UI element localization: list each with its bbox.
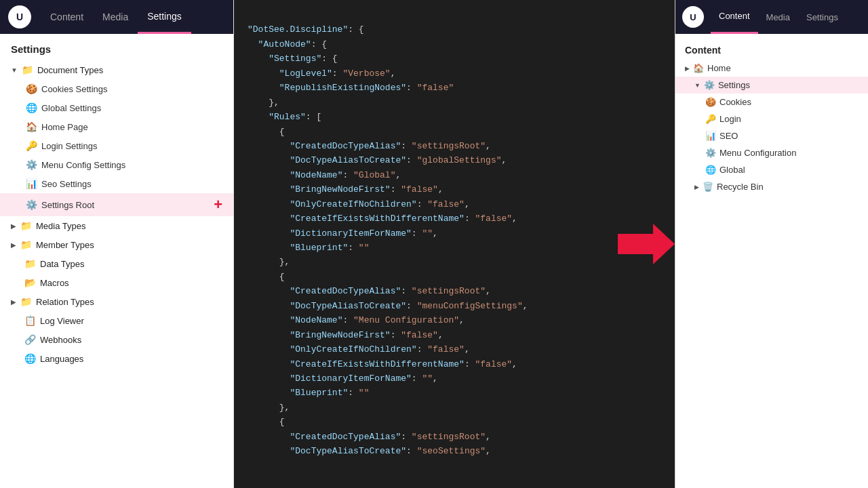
sidebar-item-label: Relation Types (36, 297, 94, 307)
sidebar-item-login-settings[interactable]: 🔑 Login Settings (0, 136, 233, 155)
left-nav-settings[interactable]: Settings (138, 0, 191, 34)
globe2-icon: 🌐 (24, 353, 36, 364)
sidebar-item-label: Data Types (40, 259, 85, 269)
folder-icon: 📁 (20, 220, 32, 231)
sidebar-item-label: Home Page (41, 122, 88, 132)
tree-item-settings[interactable]: ▼ ⚙️ Settings (675, 77, 868, 94)
sidebar-item-label: Login Settings (41, 141, 97, 151)
tree-item-global[interactable]: 🌐 Global (675, 161, 868, 178)
sidebar-item-label: Log Viewer (40, 316, 84, 326)
sidebar-item-data-types[interactable]: 📁 Data Types (0, 254, 233, 273)
gear2-icon: ⚙️ (26, 159, 37, 170)
folder-icon: 📁 (24, 258, 36, 269)
collapse-icon: ▼ (11, 66, 18, 74)
expand-icon: ▶ (11, 298, 16, 306)
tree-item-recycle-bin[interactable]: ▶ 🗑️ Recycle Bin (675, 178, 868, 195)
expand-icon: ▶ (11, 241, 16, 249)
left-nav-media[interactable]: Media (93, 0, 138, 34)
tree-item-label: Settings (718, 80, 750, 90)
globe-icon: 🌐 (705, 165, 716, 175)
tree-item-label: Home (707, 63, 731, 73)
left-logo[interactable]: U (8, 5, 31, 28)
right-nav-content[interactable]: Content (711, 0, 758, 34)
expand-icon: ▶ (11, 222, 16, 230)
sidebar-item-label: Languages (40, 354, 83, 364)
sidebar-item-label: Media Types (36, 221, 85, 231)
sidebar-item-label: Member Types (36, 240, 94, 250)
cookie-icon: 🍪 (705, 97, 716, 107)
add-button[interactable]: + (214, 197, 222, 212)
tree-item-label: Menu Configuration (719, 148, 796, 158)
sidebar-item-relation-types[interactable]: ▶ 📁 Relation Types (0, 292, 233, 311)
code-editor[interactable]: "DotSee.Discipline": { "AutoNode": { "Se… (234, 0, 675, 488)
left-nav-content[interactable]: Content (41, 0, 93, 34)
sidebar-title: Settings (0, 34, 233, 60)
cookie-icon: 🍪 (26, 83, 37, 94)
tree-item-label: Global (719, 165, 745, 175)
sidebar-item-home-page[interactable]: 🏠 Home Page (0, 117, 233, 136)
tree-item-label: SEO (719, 131, 738, 141)
tree-item-menu-config[interactable]: ⚙️ Menu Configuration (675, 144, 868, 161)
expand-icon: ▶ (694, 184, 699, 190)
sidebar-item-media-types[interactable]: ▶ 📁 Media Types (0, 216, 233, 235)
folder-icon: 📁 (20, 239, 32, 250)
sidebar-item-log-viewer[interactable]: 📋 Log Viewer (0, 311, 233, 330)
chart-icon: 📊 (26, 178, 37, 189)
tree-item-label: Cookies (719, 97, 751, 107)
home-icon: 🏠 (26, 121, 37, 132)
tree-item-home[interactable]: ▶ 🏠 Home (675, 60, 868, 77)
sidebar-item-document-types[interactable]: ▼ 📁 Document Types (0, 60, 233, 79)
login-icon: 🔑 (26, 140, 37, 151)
right-nav-media[interactable]: Media (758, 0, 798, 34)
tree-item-seo[interactable]: 📊 SEO (675, 127, 868, 144)
sidebar-item-label: Cookies Settings (41, 84, 108, 94)
sidebar-item-global-settings[interactable]: 🌐 Global Settings (0, 98, 233, 117)
list-icon: 📋 (24, 315, 36, 326)
sidebar-item-label: Settings Root (41, 200, 94, 210)
arrow-indicator (618, 224, 675, 264)
sidebar-item-settings-root[interactable]: ⚙️ Settings Root + (0, 193, 233, 216)
folder-plain-icon: 📂 (24, 277, 36, 288)
expand-icon: ▼ (694, 82, 701, 89)
sidebar-item-macros[interactable]: 📂 Macros (0, 273, 233, 292)
gear-icon: ⚙️ (26, 199, 37, 210)
chart-icon: 📊 (705, 131, 716, 141)
sidebar-item-seo-settings[interactable]: 📊 Seo Settings (0, 174, 233, 193)
sidebar-item-label: Menu Config Settings (41, 160, 125, 170)
sidebar-item-member-types[interactable]: ▶ 📁 Member Types (0, 235, 233, 254)
folder-icon: 📁 (20, 296, 32, 307)
sidebar-item-languages[interactable]: 🌐 Languages (0, 349, 233, 368)
sidebar-item-label: Macros (40, 278, 69, 288)
home-icon: 🏠 (693, 63, 704, 73)
login-icon: 🔑 (705, 114, 716, 124)
tree-item-cookies[interactable]: 🍪 Cookies (675, 94, 868, 110)
gear-icon: ⚙️ (704, 80, 715, 90)
gear2-icon: ⚙️ (705, 148, 716, 158)
tree-item-label: Recycle Bin (717, 182, 764, 192)
trash-icon: 🗑️ (703, 182, 713, 192)
right-section-title: Content (675, 39, 868, 60)
sidebar-item-webhooks[interactable]: 🔗 Webhooks (0, 330, 233, 349)
tree-item-login[interactable]: 🔑 Login (675, 110, 868, 127)
folder-icon: 📁 (22, 64, 33, 75)
expand-icon: ▶ (685, 65, 690, 72)
globe-icon: 🌐 (26, 102, 37, 113)
sidebar-item-label: Global Settings (41, 103, 101, 113)
tree-item-label: Login (719, 114, 741, 124)
sidebar-item-cookies-settings[interactable]: 🍪 Cookies Settings (0, 79, 233, 98)
right-logo[interactable]: U (682, 6, 704, 28)
sidebar-item-menu-config-settings[interactable]: ⚙️ Menu Config Settings (0, 155, 233, 174)
sidebar-item-label: Document Types (37, 65, 103, 75)
right-nav-settings[interactable]: Settings (798, 0, 846, 34)
sidebar-item-label: Seo Settings (41, 179, 92, 189)
sidebar-item-label: Webhooks (40, 335, 81, 345)
webhook-icon: 🔗 (24, 334, 36, 345)
